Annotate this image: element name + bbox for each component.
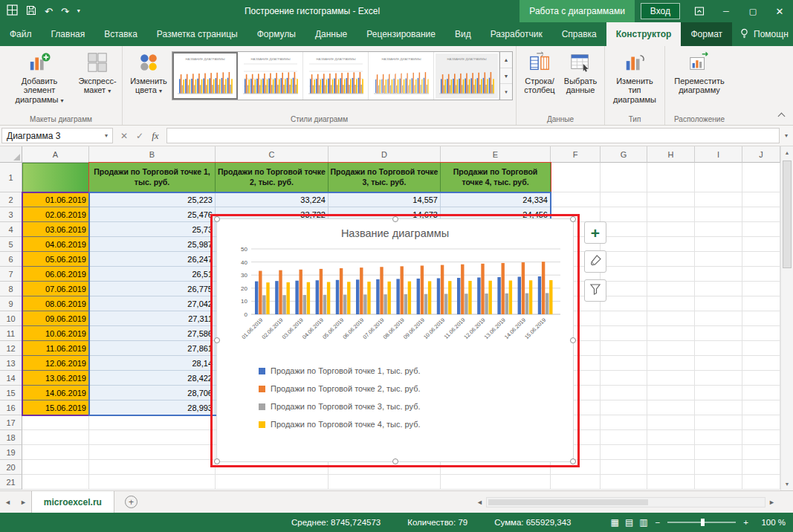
column-header-J[interactable]: J [742, 146, 780, 163]
cell-I19[interactable] [695, 445, 742, 460]
scroll-left-arrow[interactable]: ◄ [473, 499, 486, 506]
sheet-nav-left-icon[interactable]: ◄ [0, 499, 16, 506]
cell-I13[interactable] [695, 356, 742, 371]
maximize-button[interactable]: ▢ [739, 0, 766, 22]
selection-handle-5[interactable] [570, 337, 576, 343]
gallery-scroll-down-button[interactable]: ▼ [500, 68, 512, 85]
cell-J20[interactable] [742, 460, 780, 475]
selection-handle-8[interactable] [570, 458, 576, 464]
cell-A5[interactable]: 04.06.2019 [22, 237, 89, 252]
row-header-14[interactable]: 14 [0, 371, 22, 386]
cell-H10[interactable] [647, 311, 695, 326]
cell-J13[interactable] [742, 356, 780, 371]
cell-B10[interactable]: 27,311 [89, 311, 216, 326]
chart-style-thumbnail-1[interactable]: НАЗВАНИЕ ДИАГРАММЫ [172, 52, 238, 100]
cell-G6[interactable] [601, 252, 647, 267]
cell-H12[interactable] [647, 341, 695, 356]
chart-plot-area[interactable]: 0102030405001.06.201902.06.201903.06.201… [226, 244, 564, 360]
row-header-4[interactable]: 4 [0, 222, 22, 237]
cell-A7[interactable]: 06.06.2019 [22, 267, 89, 282]
cell-J12[interactable] [742, 341, 780, 356]
cell-G15[interactable] [601, 386, 647, 400]
quick-layout-button[interactable]: Экспресс-макет ▾ [76, 48, 119, 97]
cell-B17[interactable] [89, 415, 216, 430]
zoom-slider[interactable] [667, 522, 736, 523]
cell-B19[interactable] [89, 445, 216, 460]
redo-icon[interactable]: ↷ [61, 7, 69, 16]
chart-styles-button[interactable] [584, 250, 606, 273]
zoom-out-button[interactable]: − [656, 518, 661, 527]
zoom-level[interactable]: 100 % [756, 518, 786, 527]
cell-A11[interactable]: 10.06.2019 [22, 326, 89, 341]
cell-G17[interactable] [601, 415, 647, 430]
tab-1[interactable]: Главная [42, 22, 95, 46]
cell-J6[interactable] [742, 252, 780, 267]
cell-B21[interactable] [89, 475, 216, 490]
sheet-tab-active[interactable]: microexcel.ru [31, 491, 114, 513]
cell-H13[interactable] [647, 356, 695, 371]
cell-C1[interactable]: Продажи по Торговой точке 2, тыс. руб. [216, 163, 328, 192]
new-sheet-button[interactable]: + [125, 496, 137, 508]
cell-G13[interactable] [601, 356, 647, 371]
help-assistant-button[interactable]: Помощн [732, 28, 793, 41]
cell-J15[interactable] [742, 386, 780, 400]
row-header-12[interactable]: 12 [0, 341, 22, 356]
cell-J19[interactable] [742, 445, 780, 460]
row-header-9[interactable]: 9 [0, 296, 22, 311]
chevron-down-icon[interactable]: ▾ [105, 132, 108, 139]
cell-J11[interactable] [742, 326, 780, 341]
horizontal-scroll-thumb[interactable] [488, 499, 648, 505]
row-header-6[interactable]: 6 [0, 252, 22, 267]
chart-style-thumbnail-5[interactable]: НАЗВАНИЕ ДИАГРАММЫ [434, 52, 499, 100]
cell-B5[interactable]: 25,987 [89, 237, 216, 252]
tab-format[interactable]: Формат [681, 22, 732, 46]
chart-title[interactable]: Название диаграммы [217, 227, 573, 239]
tab-5[interactable]: Данные [305, 22, 357, 46]
cell-B20[interactable] [89, 460, 216, 475]
chart-legend[interactable]: Продажи по Торговой точке 1, тыс. руб.Пр… [259, 366, 421, 429]
column-header-I[interactable]: I [695, 146, 742, 163]
cell-A6[interactable]: 05.06.2019 [22, 252, 89, 267]
cell-I3[interactable] [695, 207, 742, 222]
selection-handle-3[interactable] [570, 216, 576, 222]
cell-F1[interactable] [551, 163, 601, 192]
column-header-G[interactable]: G [601, 146, 647, 163]
cell-J1[interactable] [742, 163, 780, 192]
selection-handle-2[interactable] [392, 216, 398, 222]
legend-item-4[interactable]: Продажи по Торговой точке 4, тыс. руб. [259, 420, 421, 429]
cell-C2[interactable]: 33,224 [216, 192, 328, 207]
scroll-down-arrow[interactable]: ▼ [781, 478, 793, 490]
cell-B3[interactable]: 25,476 [89, 207, 216, 222]
cell-B8[interactable]: 26,775 [89, 282, 216, 296]
cell-G16[interactable] [601, 400, 647, 415]
switch-row-column-button[interactable]: Строка/ столбец [520, 48, 560, 97]
row-header-17[interactable]: 17 [0, 415, 22, 430]
close-button[interactable]: ✕ [766, 0, 793, 22]
cell-G14[interactable] [601, 371, 647, 386]
cell-A13[interactable]: 12.06.2019 [22, 356, 89, 371]
insert-function-button[interactable]: fx [152, 130, 158, 142]
cell-B14[interactable]: 28,422 [89, 371, 216, 386]
cell-A8[interactable]: 07.06.2019 [22, 282, 89, 296]
select-all-button[interactable] [0, 146, 22, 163]
page-break-view-icon[interactable]: ▥ [639, 517, 647, 528]
cell-H19[interactable] [647, 445, 695, 460]
add-chart-element-button[interactable]: Добавить элемент диаграммы ▾ [3, 48, 76, 106]
cell-H17[interactable] [647, 415, 695, 430]
cell-H5[interactable] [647, 237, 695, 252]
horizontal-scrollbar[interactable]: ◄ ► [473, 496, 778, 508]
embedded-chart[interactable]: Название диаграммы 0102030405001.06.2019… [216, 218, 574, 462]
column-header-B[interactable]: B [89, 146, 216, 163]
cell-H15[interactable] [647, 386, 695, 400]
excel-app-icon[interactable] [7, 4, 18, 18]
tab-9[interactable]: Справка [552, 22, 606, 46]
cell-I2[interactable] [695, 192, 742, 207]
cell-C21[interactable] [216, 475, 328, 490]
cancel-icon[interactable]: ✕ [120, 131, 128, 141]
cell-J17[interactable] [742, 415, 780, 430]
cell-H3[interactable] [647, 207, 695, 222]
cell-H21[interactable] [647, 475, 695, 490]
cell-I8[interactable] [695, 282, 742, 296]
column-header-A[interactable]: A [22, 146, 89, 163]
cell-B12[interactable]: 27,861 [89, 341, 216, 356]
